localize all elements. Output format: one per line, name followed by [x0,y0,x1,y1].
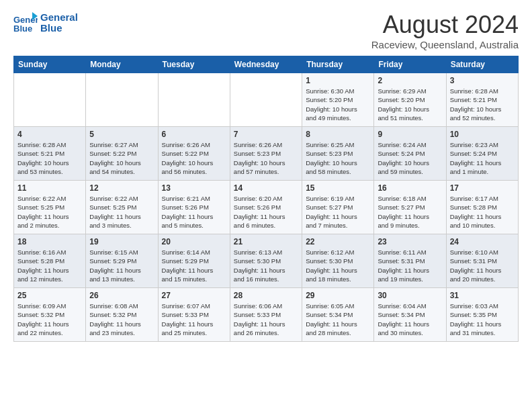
day-header-thursday: Thursday [302,56,374,73]
calendar-cell: 3Sunrise: 6:28 AM Sunset: 5:21 PM Daylig… [446,73,518,127]
calendar-cell: 22Sunrise: 6:12 AM Sunset: 5:30 PM Dayli… [302,234,374,288]
calendar-cell: 31Sunrise: 6:03 AM Sunset: 5:35 PM Dayli… [446,288,518,342]
calendar-cell: 6Sunrise: 6:26 AM Sunset: 5:22 PM Daylig… [158,127,230,181]
day-number: 23 [378,237,442,246]
day-header-friday: Friday [374,56,446,73]
logo-icon: General Blue [13,11,38,35]
day-number: 7 [234,130,298,139]
day-number: 12 [89,183,154,193]
day-number: 24 [450,237,515,246]
cell-text: Sunrise: 6:04 AM Sunset: 5:34 PM Dayligh… [378,302,442,337]
calendar-cell: 19Sunrise: 6:15 AM Sunset: 5:29 PM Dayli… [86,234,158,288]
calendar-cell: 15Sunrise: 6:19 AM Sunset: 5:27 PM Dayli… [302,181,374,234]
day-number: 17 [450,183,515,193]
calendar-cell: 20Sunrise: 6:14 AM Sunset: 5:29 PM Dayli… [158,234,230,288]
day-number: 19 [89,237,154,246]
calendar-cell: 7Sunrise: 6:26 AM Sunset: 5:23 PM Daylig… [230,127,302,181]
cell-text: Sunrise: 6:16 AM Sunset: 5:28 PM Dayligh… [17,248,82,283]
calendar-cell: 13Sunrise: 6:21 AM Sunset: 5:26 PM Dayli… [158,181,230,234]
calendar-cell: 23Sunrise: 6:11 AM Sunset: 5:31 PM Dayli… [374,234,446,288]
day-number: 2 [378,76,442,85]
day-number: 11 [17,183,82,193]
day-number: 16 [378,183,442,193]
logo-line2: Blue [40,23,78,34]
calendar-cell [14,73,86,127]
day-number: 30 [378,291,442,300]
calendar-cell: 12Sunrise: 6:22 AM Sunset: 5:25 PM Dayli… [86,181,158,234]
day-number: 31 [450,291,515,300]
cell-text: Sunrise: 6:28 AM Sunset: 5:21 PM Dayligh… [450,87,515,122]
calendar-cell: 30Sunrise: 6:04 AM Sunset: 5:34 PM Dayli… [374,288,446,342]
cell-text: Sunrise: 6:25 AM Sunset: 5:23 PM Dayligh… [306,140,370,176]
cell-text: Sunrise: 6:27 AM Sunset: 5:22 PM Dayligh… [89,140,154,176]
calendar-cell: 8Sunrise: 6:25 AM Sunset: 5:23 PM Daylig… [302,127,374,181]
week-row-2: 4Sunrise: 6:28 AM Sunset: 5:21 PM Daylig… [14,127,519,181]
cell-text: Sunrise: 6:26 AM Sunset: 5:22 PM Dayligh… [162,140,226,176]
week-row-4: 18Sunrise: 6:16 AM Sunset: 5:28 PM Dayli… [14,234,519,288]
calendar-cell: 4Sunrise: 6:28 AM Sunset: 5:21 PM Daylig… [14,127,86,181]
week-row-5: 25Sunrise: 6:09 AM Sunset: 5:32 PM Dayli… [14,288,519,342]
day-number: 1 [306,76,370,85]
cell-text: Sunrise: 6:08 AM Sunset: 5:32 PM Dayligh… [89,302,154,337]
cell-text: Sunrise: 6:22 AM Sunset: 5:25 PM Dayligh… [89,194,154,230]
calendar-cell: 14Sunrise: 6:20 AM Sunset: 5:26 PM Dayli… [230,181,302,234]
day-number: 5 [89,130,154,139]
day-number: 9 [378,130,442,139]
calendar-cell [86,73,158,127]
week-row-3: 11Sunrise: 6:22 AM Sunset: 5:25 PM Dayli… [14,181,519,234]
cell-text: Sunrise: 6:17 AM Sunset: 5:28 PM Dayligh… [450,194,515,230]
cell-text: Sunrise: 6:06 AM Sunset: 5:33 PM Dayligh… [234,302,298,337]
day-number: 20 [162,237,226,246]
day-number: 13 [162,183,226,193]
calendar-cell: 1Sunrise: 6:30 AM Sunset: 5:20 PM Daylig… [302,73,374,127]
cell-text: Sunrise: 6:11 AM Sunset: 5:31 PM Dayligh… [378,248,442,283]
day-number: 10 [450,130,515,139]
page: General Blue General Blue August 2024 Ra… [0,0,532,353]
calendar-cell: 28Sunrise: 6:06 AM Sunset: 5:33 PM Dayli… [230,288,302,342]
calendar-cell: 10Sunrise: 6:23 AM Sunset: 5:24 PM Dayli… [446,127,518,181]
cell-text: Sunrise: 6:30 AM Sunset: 5:20 PM Dayligh… [306,87,370,122]
calendar-cell: 16Sunrise: 6:18 AM Sunset: 5:27 PM Dayli… [374,181,446,234]
month-title: August 2024 [371,11,519,39]
day-number: 28 [234,291,298,300]
day-number: 25 [17,291,82,300]
calendar-header: SundayMondayTuesdayWednesdayThursdayFrid… [14,56,519,73]
cell-text: Sunrise: 6:12 AM Sunset: 5:30 PM Dayligh… [306,248,370,283]
title-section: August 2024 Raceview, Queensland, Austra… [371,11,519,50]
calendar-cell: 27Sunrise: 6:07 AM Sunset: 5:33 PM Dayli… [158,288,230,342]
calendar-cell [158,73,230,127]
cell-text: Sunrise: 6:29 AM Sunset: 5:20 PM Dayligh… [378,87,442,122]
calendar-body: 1Sunrise: 6:30 AM Sunset: 5:20 PM Daylig… [14,73,519,342]
logo: General Blue General Blue [13,11,78,35]
cell-text: Sunrise: 6:26 AM Sunset: 5:23 PM Dayligh… [234,140,298,176]
day-number: 8 [306,130,370,139]
cell-text: Sunrise: 6:22 AM Sunset: 5:25 PM Dayligh… [17,194,82,230]
calendar-cell: 29Sunrise: 6:05 AM Sunset: 5:34 PM Dayli… [302,288,374,342]
location-title: Raceview, Queensland, Australia [371,39,519,50]
day-header-wednesday: Wednesday [230,56,302,73]
calendar-cell: 26Sunrise: 6:08 AM Sunset: 5:32 PM Dayli… [86,288,158,342]
day-number: 22 [306,237,370,246]
calendar-cell: 25Sunrise: 6:09 AM Sunset: 5:32 PM Dayli… [14,288,86,342]
calendar-cell: 17Sunrise: 6:17 AM Sunset: 5:28 PM Dayli… [446,181,518,234]
day-number: 14 [234,183,298,193]
cell-text: Sunrise: 6:15 AM Sunset: 5:29 PM Dayligh… [89,248,154,283]
day-number: 29 [306,291,370,300]
cell-text: Sunrise: 6:13 AM Sunset: 5:30 PM Dayligh… [234,248,298,283]
cell-text: Sunrise: 6:21 AM Sunset: 5:26 PM Dayligh… [162,194,226,230]
day-header-tuesday: Tuesday [158,56,230,73]
cell-text: Sunrise: 6:23 AM Sunset: 5:24 PM Dayligh… [450,140,515,176]
cell-text: Sunrise: 6:19 AM Sunset: 5:27 PM Dayligh… [306,194,370,230]
day-number: 21 [234,237,298,246]
day-number: 18 [17,237,82,246]
calendar-cell: 11Sunrise: 6:22 AM Sunset: 5:25 PM Dayli… [14,181,86,234]
cell-text: Sunrise: 6:10 AM Sunset: 5:31 PM Dayligh… [450,248,515,283]
day-header-monday: Monday [86,56,158,73]
cell-text: Sunrise: 6:03 AM Sunset: 5:35 PM Dayligh… [450,302,515,337]
cell-text: Sunrise: 6:07 AM Sunset: 5:33 PM Dayligh… [162,302,226,337]
cell-text: Sunrise: 6:24 AM Sunset: 5:24 PM Dayligh… [378,140,442,176]
day-header-sunday: Sunday [14,56,86,73]
cell-text: Sunrise: 6:14 AM Sunset: 5:29 PM Dayligh… [162,248,226,283]
day-number: 6 [162,130,226,139]
week-row-1: 1Sunrise: 6:30 AM Sunset: 5:20 PM Daylig… [14,73,519,127]
